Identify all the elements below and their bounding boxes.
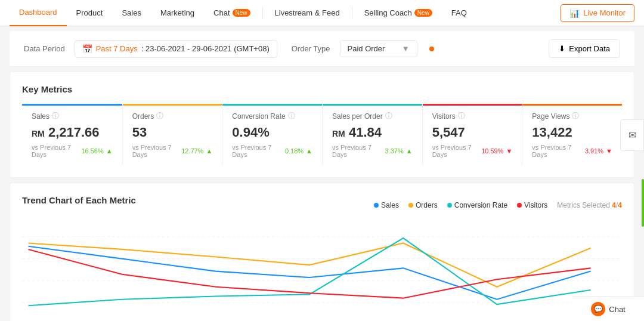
trend-chart-container: 23 24 25 26 27 28 29 — [22, 224, 622, 321]
trend-chart-card: Trend Chart of Each Metric Sales Orders … — [10, 183, 634, 321]
order-type-label: Order Type — [292, 44, 330, 53]
info-icon-visitors[interactable]: ⓘ — [458, 111, 465, 121]
legend-orders[interactable]: Orders — [408, 201, 438, 209]
chevron-down-icon: ▼ — [402, 44, 410, 53]
trend-chart-svg: 23 24 25 26 27 28 29 — [22, 224, 622, 321]
nav-item-faq[interactable]: FAQ — [442, 0, 476, 26]
period-label: Past 7 Days — [96, 44, 138, 53]
metric-sales: Sales ⓘ RM 2,217.66 vs Previous 7 Days 1… — [22, 104, 122, 165]
metric-spo-comparison: vs Previous 7 Days 3.37% ▲ — [332, 144, 413, 158]
chat-bar[interactable]: 💬 Chat — [572, 297, 644, 321]
order-type-value: Paid Order — [348, 44, 385, 53]
visitors-line — [28, 249, 590, 298]
legend-visitors[interactable]: Visitors — [517, 201, 547, 209]
metric-visitors: Visitors ⓘ 5,547 vs Previous 7 Days 10.5… — [422, 104, 522, 165]
chat-icon: 💬 — [591, 302, 605, 316]
live-monitor-button[interactable]: 📊 Live Monitor — [561, 4, 634, 22]
live-monitor-icon: 📊 — [569, 8, 580, 18]
metric-conversion-value: 0.94% — [232, 125, 312, 140]
metrics-selected: Metrics Selected 4/4 — [557, 201, 622, 209]
nav-item-dashboard[interactable]: Dashboard — [10, 0, 67, 26]
info-icon-pageviews[interactable]: ⓘ — [572, 111, 579, 121]
up-arrow-icon-conversion: ▲ — [306, 147, 312, 155]
chart-legend: Sales Orders Conversion Rate Visitors Me… — [374, 201, 622, 209]
info-icon-conversion[interactable]: ⓘ — [288, 111, 295, 121]
key-metrics-card: Key Metrics Sales ⓘ RM 2,217.66 vs Previ… — [10, 72, 634, 178]
metric-orders-label: Orders ⓘ — [132, 111, 213, 121]
up-arrow-icon: ▲ — [106, 147, 113, 155]
key-metrics-title: Key Metrics — [22, 84, 622, 94]
metric-visitors-comparison: vs Previous 7 Days 10.59% ▼ — [432, 144, 513, 158]
up-arrow-icon-spo: ▲ — [406, 147, 413, 155]
nav-item-marketing[interactable]: Marketing — [151, 0, 204, 26]
metric-page-views: Page Views ⓘ 13,422 vs Previous 7 Days 3… — [522, 104, 622, 165]
up-arrow-icon-orders: ▲ — [206, 147, 212, 155]
metric-sales-label: Sales ⓘ — [32, 111, 113, 121]
metric-sales-value: RM 2,217.66 — [32, 125, 113, 140]
nav-item-product[interactable]: Product — [67, 0, 113, 26]
nav-item-chat[interactable]: Chat New — [204, 0, 259, 26]
order-type-selector[interactable]: Paid Order ▼ — [340, 40, 417, 57]
chat-badge: New — [233, 9, 250, 17]
metric-visitors-value: 5,547 — [432, 125, 513, 140]
trend-chart-title: Trend Chart of Each Metric — [22, 195, 136, 205]
metric-pageviews-comparison: vs Previous 7 Days 3.91% ▼ — [532, 144, 612, 158]
legend-dot-orders — [408, 203, 413, 208]
info-icon-orders[interactable]: ⓘ — [156, 111, 163, 121]
metric-sales-per-order: Sales per Order ⓘ RM 41.84 vs Previous 7… — [322, 104, 422, 165]
metric-conversion-label: Conversion Rate ⓘ — [232, 111, 312, 121]
filter-bar: Data Period 📅 Past 7 Days : 23-06-2021 -… — [10, 31, 634, 67]
metric-orders: Orders ⓘ 53 vs Previous 7 Days 12.77% ▲ — [122, 104, 222, 165]
right-sidebar: ✉ — [620, 119, 644, 151]
export-data-button[interactable]: ⬇ Export Data — [549, 39, 620, 58]
export-icon: ⬇ — [559, 44, 565, 53]
metric-pageviews-value: 13,422 — [532, 125, 612, 140]
selling-coach-badge: New — [414, 9, 432, 17]
metric-spo-label: Sales per Order ⓘ — [332, 111, 413, 121]
nav-item-selling-coach[interactable]: Selling Coach New — [355, 0, 442, 26]
sales-line — [28, 246, 590, 300]
data-period-label: Data Period — [24, 44, 65, 53]
main-content: Key Metrics Sales ⓘ RM 2,217.66 vs Previ… — [0, 72, 644, 321]
down-arrow-icon-visitors: ▼ — [506, 147, 512, 155]
metric-sales-comparison: vs Previous 7 Days 16.56% ▲ — [32, 144, 113, 158]
status-dot — [429, 47, 434, 51]
info-icon[interactable]: ⓘ — [52, 111, 59, 121]
legend-dot-sales — [374, 203, 379, 208]
nav-item-sales[interactable]: Sales — [112, 0, 151, 26]
chat-label: Chat — [609, 305, 625, 314]
message-icon[interactable]: ✉ — [624, 125, 641, 146]
nav-divider — [262, 7, 263, 19]
period-dates: : 23-06-2021 - 29-06-2021 (GMT+08) — [141, 44, 270, 53]
metric-orders-value: 53 — [132, 125, 213, 140]
metric-spo-value: RM 41.84 — [332, 125, 413, 140]
nav-divider-2 — [352, 7, 352, 19]
down-arrow-icon-pageviews: ▼ — [606, 147, 612, 155]
metric-conversion: Conversion Rate ⓘ 0.94% vs Previous 7 Da… — [222, 104, 322, 165]
legend-dot-visitors — [517, 203, 522, 208]
metric-visitors-label: Visitors ⓘ — [432, 111, 513, 121]
metric-orders-comparison: vs Previous 7 Days 12.77% ▲ — [132, 144, 213, 158]
calendar-icon: 📅 — [82, 44, 92, 54]
nav-items: Dashboard Product Sales Marketing Chat N… — [10, 0, 561, 26]
scroll-indicator — [642, 179, 644, 227]
legend-sales[interactable]: Sales — [374, 201, 399, 209]
metric-pageviews-label: Page Views ⓘ — [532, 111, 612, 121]
date-period-selector[interactable]: 📅 Past 7 Days : 23-06-2021 - 29-06-2021 … — [75, 40, 277, 58]
info-icon-spo[interactable]: ⓘ — [385, 111, 392, 121]
metric-conversion-comparison: vs Previous 7 Days 0.18% ▲ — [232, 144, 312, 158]
metrics-grid: Sales ⓘ RM 2,217.66 vs Previous 7 Days 1… — [22, 104, 622, 165]
legend-conversion[interactable]: Conversion Rate — [447, 201, 507, 209]
top-navigation: Dashboard Product Sales Marketing Chat N… — [0, 0, 644, 26]
legend-dot-conversion — [447, 203, 452, 208]
chart-header: Trend Chart of Each Metric Sales Orders … — [22, 195, 622, 215]
nav-item-livestream[interactable]: Livestream & Feed — [265, 0, 349, 26]
